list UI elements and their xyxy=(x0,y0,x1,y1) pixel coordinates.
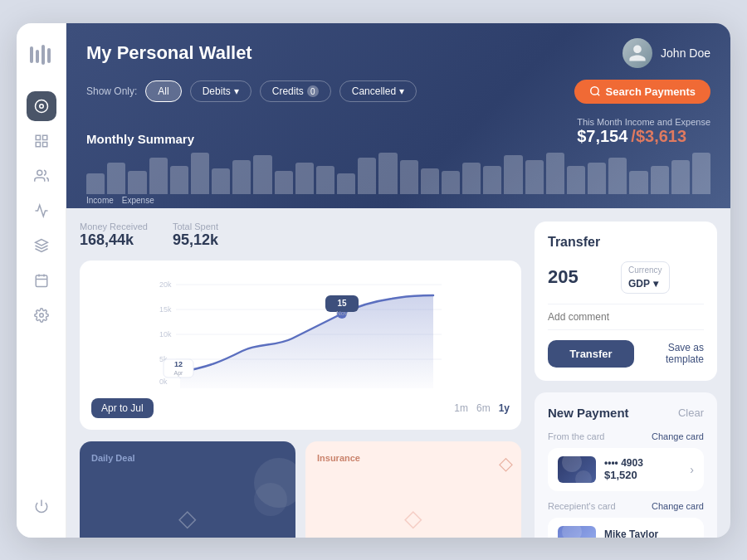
header-bar xyxy=(421,168,439,194)
from-card-info: •••• 4903 $1,520 xyxy=(604,457,681,481)
sidebar-item-calendar[interactable] xyxy=(27,265,56,295)
header-bar xyxy=(671,160,690,193)
from-card-number: •••• 4903 xyxy=(604,457,681,469)
filter-debits-btn[interactable]: Debits ▾ xyxy=(190,80,251,102)
monthly-summary-label: Monthly Summary xyxy=(86,132,194,146)
svg-line-19 xyxy=(597,94,599,96)
sidebar-item-activity[interactable] xyxy=(27,196,56,226)
filter-all-btn[interactable]: All xyxy=(145,80,181,102)
filter-cancelled-btn[interactable]: Cancelled ▾ xyxy=(339,80,417,102)
line-chart: 20k 15k 10k 5k 0k xyxy=(91,272,510,388)
settings-icon xyxy=(34,308,49,323)
filter-bar: Show Only: All Debits ▾ Credits 0 Cancel… xyxy=(86,80,710,104)
income-amount: $7,154 xyxy=(577,127,627,146)
svg-rect-2 xyxy=(42,45,45,65)
line-chart-container: 20k 15k 10k 5k 0k xyxy=(80,261,521,430)
sidebar xyxy=(17,23,66,538)
sidebar-item-users[interactable] xyxy=(27,161,56,191)
clear-btn[interactable]: Clear xyxy=(678,407,704,419)
income-label: Income xyxy=(86,196,114,205)
sidebar-item-power[interactable] xyxy=(27,491,56,521)
header-bar xyxy=(295,163,314,193)
card-visual-from xyxy=(558,456,596,483)
transfer-amount-input[interactable] xyxy=(548,266,614,288)
time-1y-btn[interactable]: 1y xyxy=(499,402,510,414)
payment-title: New Payment xyxy=(548,406,629,420)
chart-tooltip-sub: Nov xyxy=(336,309,348,317)
received-label: Money Received xyxy=(80,222,148,231)
header-bar xyxy=(275,171,293,194)
header: My Personal Wallet John Doe Show Only: A… xyxy=(66,23,730,208)
dashboard-icon xyxy=(34,99,49,114)
from-card-amount: $1,520 xyxy=(604,469,681,481)
header-bar xyxy=(588,163,606,193)
svg-marker-11 xyxy=(35,239,47,246)
comment-input[interactable] xyxy=(548,304,704,330)
sidebar-item-grid[interactable] xyxy=(27,126,56,156)
recipient-name: Mike Taylor xyxy=(604,528,681,538)
income-expense-label: This Month Income and Expense xyxy=(577,117,710,127)
header-bar xyxy=(462,163,481,193)
from-card-arrow[interactable]: › xyxy=(690,463,694,476)
sidebar-item-dashboard[interactable] xyxy=(27,91,56,121)
save-template-btn[interactable]: Save as template xyxy=(641,340,704,368)
date-range-btn[interactable]: Apr to Jul xyxy=(91,398,154,418)
svg-point-10 xyxy=(37,170,42,175)
card-circle2 xyxy=(575,470,592,483)
left-column: Money Received 168,44k Total Spent 95,12… xyxy=(80,222,521,524)
header-bar xyxy=(400,160,418,193)
header-bar xyxy=(651,166,669,194)
chart-controls: Apr to Jul 1m 6m 1y xyxy=(91,398,510,418)
filter-credits-btn[interactable]: Credits 0 xyxy=(260,80,331,102)
currency-value: GDP ▾ xyxy=(628,278,658,290)
sidebar-item-settings[interactable] xyxy=(27,300,56,330)
change-card-link[interactable]: Change card xyxy=(652,431,704,441)
header-bar xyxy=(128,171,146,194)
card-visual-recipient xyxy=(558,526,596,538)
header-bar xyxy=(567,166,585,194)
svg-rect-0 xyxy=(30,46,33,63)
spent-stat: Total Spent 95,12k xyxy=(173,222,218,249)
chart-tooltip-value: 15 xyxy=(337,299,347,308)
recipient-card-circle1 xyxy=(562,526,582,538)
sidebar-logo xyxy=(27,40,56,70)
svg-text:15k: 15k xyxy=(159,305,172,314)
users-icon xyxy=(34,168,49,183)
time-6m-btn[interactable]: 6m xyxy=(476,402,491,414)
svg-rect-1 xyxy=(36,50,39,63)
svg-rect-7 xyxy=(42,135,46,139)
header-bar xyxy=(316,166,334,194)
cards-row: Daily Deal ◇ Get Credit Up to 17k ◇ Insu… xyxy=(80,441,521,538)
time-1m-btn[interactable]: 1m xyxy=(454,402,468,414)
received-stat: Money Received 168,44k xyxy=(80,222,148,249)
svg-text:Apr: Apr xyxy=(174,370,184,377)
expense-amount: /$3,613 xyxy=(631,127,686,146)
payment-card: New Payment Clear From the card Change c… xyxy=(535,392,717,538)
transfer-btn[interactable]: Transfer xyxy=(548,340,634,368)
calendar-icon xyxy=(34,273,49,288)
header-bar xyxy=(337,173,355,193)
transfer-actions: Transfer Save as template xyxy=(548,340,704,368)
search-payments-btn[interactable]: Search Payments xyxy=(574,80,710,104)
spent-value: 95,12k xyxy=(173,231,218,249)
svg-point-5 xyxy=(39,104,43,108)
power-icon xyxy=(34,499,49,514)
svg-point-18 xyxy=(590,87,598,95)
recipient-card-arrow[interactable]: › xyxy=(690,533,694,538)
svg-text:20k: 20k xyxy=(159,280,172,289)
recipient-change-card-link[interactable]: Change card xyxy=(652,501,704,511)
payment-header: New Payment Clear xyxy=(548,406,704,420)
recipient-card-item: Mike Taylor ••• 1445 › xyxy=(548,518,704,538)
monthly-stats: This Month Income and Expense $7,154 /$3… xyxy=(577,117,710,146)
header-bar xyxy=(232,160,251,193)
expense-label: Expense xyxy=(122,196,154,205)
svg-rect-8 xyxy=(36,142,40,146)
header-bar xyxy=(86,173,105,193)
header-bar xyxy=(608,158,627,194)
sidebar-item-layers[interactable] xyxy=(27,231,56,261)
monthly-summary-row: Monthly Summary This Month Income and Ex… xyxy=(86,117,710,146)
deal-card-icon: ◇ xyxy=(91,504,284,532)
currency-selector[interactable]: Currency GDP ▾ xyxy=(621,261,670,294)
show-only-label: Show Only: xyxy=(86,85,137,97)
recipient-info: Mike Taylor ••• 1445 xyxy=(604,528,681,538)
